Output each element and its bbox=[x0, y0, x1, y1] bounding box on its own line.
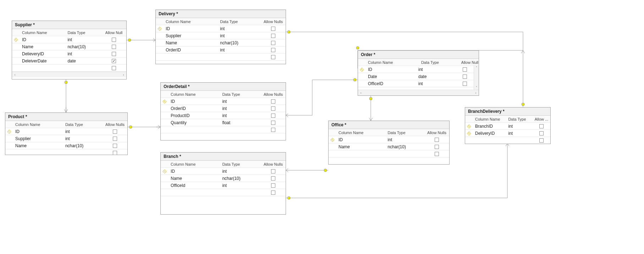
column-type[interactable]: int bbox=[220, 105, 261, 112]
table-row[interactable]: DelieveryIDint bbox=[12, 50, 126, 57]
checkbox-icon[interactable] bbox=[435, 145, 439, 149]
column-name[interactable]: ID bbox=[336, 137, 386, 143]
column-type[interactable]: int bbox=[65, 37, 101, 43]
table-row-empty[interactable] bbox=[161, 126, 286, 133]
table-row-empty[interactable] bbox=[329, 150, 449, 158]
allow-null-cell[interactable] bbox=[456, 67, 474, 72]
table-row[interactable]: Quantityfloat bbox=[161, 119, 286, 126]
table-row[interactable]: Namenchar(10) bbox=[329, 143, 449, 150]
column-name[interactable]: ID bbox=[164, 26, 218, 32]
checkbox-icon[interactable] bbox=[271, 99, 275, 104]
scroll-down-icon[interactable]: ˅ bbox=[474, 85, 479, 90]
allow-null-cell[interactable] bbox=[261, 169, 286, 174]
scrollbar-horizontal[interactable]: ‹ › bbox=[358, 90, 479, 95]
allow-null-cell[interactable] bbox=[261, 183, 286, 188]
checkbox-icon[interactable] bbox=[539, 124, 544, 128]
column-type[interactable]: int bbox=[220, 168, 261, 175]
checkbox-icon[interactable] bbox=[271, 183, 275, 188]
column-name[interactable]: ID bbox=[169, 98, 220, 105]
column-name[interactable]: ID bbox=[13, 128, 63, 135]
column-type[interactable]: nchar(10) bbox=[218, 40, 261, 46]
scrollbar-horizontal[interactable]: ‹ › bbox=[12, 72, 126, 77]
checkbox-icon[interactable] bbox=[113, 129, 117, 134]
table-row[interactable]: ⚿IDint bbox=[156, 25, 286, 32]
checkbox-icon[interactable] bbox=[112, 66, 116, 70]
column-name[interactable]: OfficeId bbox=[169, 182, 220, 189]
table-row-empty[interactable] bbox=[12, 65, 126, 72]
column-name[interactable]: Name bbox=[169, 175, 220, 182]
checkbox-icon[interactable] bbox=[113, 137, 117, 141]
table-row-empty[interactable] bbox=[465, 137, 550, 144]
table-row[interactable]: OrderIDint bbox=[161, 105, 286, 112]
column-type[interactable]: int bbox=[386, 137, 424, 143]
allow-null-cell[interactable] bbox=[533, 131, 550, 136]
table-row-empty[interactable] bbox=[156, 54, 286, 61]
checkbox-icon[interactable] bbox=[112, 38, 116, 42]
table-row[interactable]: ⚿IDint bbox=[358, 66, 474, 73]
table-row-empty[interactable] bbox=[161, 189, 286, 196]
table-row[interactable]: ⚿IDint bbox=[5, 128, 127, 135]
table-row[interactable]: ⚿IDint bbox=[12, 36, 126, 43]
table-row[interactable]: Namenchar(10) bbox=[156, 39, 286, 46]
checkbox-icon[interactable] bbox=[271, 128, 275, 132]
checkbox-icon[interactable] bbox=[113, 144, 117, 148]
column-type[interactable]: int bbox=[218, 33, 261, 39]
checkbox-icon[interactable] bbox=[113, 151, 117, 155]
table-row[interactable]: OrderIDint bbox=[156, 46, 286, 54]
allow-null-cell[interactable] bbox=[103, 136, 127, 142]
table-order[interactable]: Order * Column Name Data Type Allow Null… bbox=[358, 50, 479, 96]
allow-null-cell[interactable] bbox=[261, 26, 286, 32]
column-name[interactable]: OfficeID bbox=[366, 81, 416, 87]
column-name[interactable]: DeliveryID bbox=[473, 130, 506, 137]
table-row[interactable]: ⚿IDint bbox=[329, 136, 449, 143]
allow-null-cell[interactable] bbox=[261, 47, 286, 53]
table-row[interactable]: OfficeIDint bbox=[358, 80, 474, 87]
table-row[interactable]: Namenchar(10) bbox=[12, 43, 126, 50]
table-row[interactable]: OfficeIdint bbox=[161, 182, 286, 189]
checkbox-icon[interactable] bbox=[539, 131, 544, 136]
scrollbar-vertical[interactable]: ˄ ˅ bbox=[474, 65, 479, 90]
checkbox-icon[interactable] bbox=[271, 190, 275, 195]
allow-null-cell[interactable] bbox=[101, 44, 126, 50]
checkbox-icon[interactable] bbox=[271, 34, 275, 38]
checkbox-icon[interactable] bbox=[271, 48, 275, 52]
column-type[interactable]: int bbox=[416, 81, 456, 87]
column-name[interactable]: BranchID bbox=[473, 123, 506, 129]
column-name[interactable]: OrderID bbox=[169, 105, 220, 112]
table-delivery[interactable]: Delivery * Column Name Data Type Allow N… bbox=[155, 10, 286, 64]
checkbox-icon[interactable] bbox=[271, 41, 275, 45]
table-row-empty[interactable] bbox=[5, 149, 127, 155]
table-title[interactable]: BranchDelievery * bbox=[465, 107, 550, 116]
table-row[interactable]: Namenchar(10) bbox=[161, 175, 286, 182]
column-name[interactable]: Name bbox=[164, 40, 218, 46]
allow-null-cell[interactable] bbox=[261, 120, 286, 126]
column-name[interactable]: ID bbox=[169, 168, 220, 175]
allow-null-cell[interactable] bbox=[424, 137, 449, 143]
column-type[interactable]: int bbox=[65, 51, 101, 57]
column-type[interactable]: int bbox=[416, 66, 456, 73]
allow-null-cell[interactable] bbox=[456, 81, 474, 87]
table-row[interactable]: ⚿BranchIDint bbox=[465, 123, 550, 130]
allow-null-cell[interactable] bbox=[103, 129, 127, 134]
column-type[interactable]: int bbox=[506, 130, 533, 137]
column-name[interactable]: OrderID bbox=[164, 47, 218, 53]
column-name[interactable]: Supplier bbox=[13, 136, 63, 142]
column-type[interactable]: nchar(10) bbox=[220, 175, 261, 182]
table-title[interactable]: Delivery * bbox=[156, 10, 286, 18]
column-type[interactable]: date bbox=[416, 73, 456, 80]
checkbox-icon[interactable] bbox=[112, 59, 116, 63]
column-name[interactable]: Supplier bbox=[164, 33, 218, 39]
table-row[interactable]: ⚿IDint bbox=[161, 168, 286, 175]
table-product[interactable]: Product * Column Name Data Type Allow Nu… bbox=[5, 112, 128, 155]
checkbox-icon[interactable] bbox=[271, 169, 275, 173]
checkbox-icon[interactable] bbox=[463, 74, 467, 79]
column-name[interactable]: ProductID bbox=[169, 112, 220, 119]
table-supplier[interactable]: Supplier * Column Name Data Type Allow N… bbox=[12, 21, 127, 79]
checkbox-icon[interactable] bbox=[271, 55, 275, 59]
table-row[interactable]: Datedate bbox=[358, 73, 474, 80]
allow-null-cell[interactable] bbox=[424, 144, 449, 150]
table-office[interactable]: Office * Column Name Data Type Allow Nul… bbox=[328, 121, 450, 165]
column-type[interactable]: nchar(10) bbox=[63, 143, 103, 149]
checkbox-icon[interactable] bbox=[463, 82, 467, 86]
allow-null-cell[interactable] bbox=[261, 106, 286, 111]
